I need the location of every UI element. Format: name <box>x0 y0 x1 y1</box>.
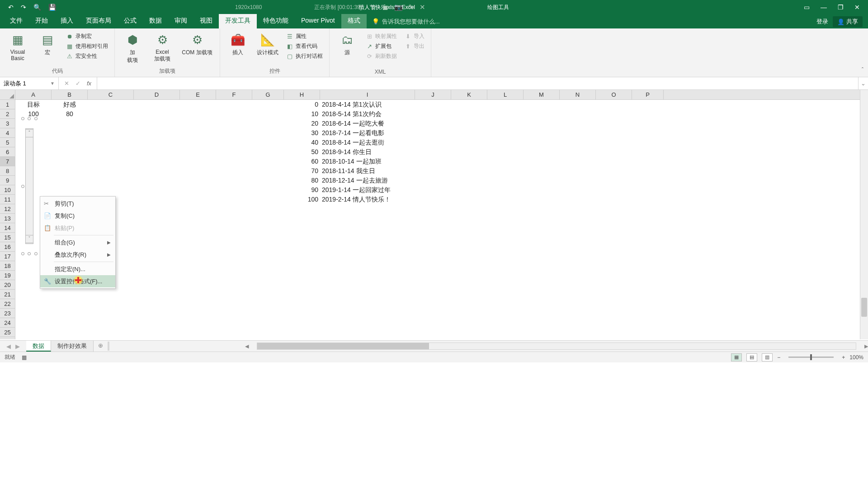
scroll-left-icon[interactable]: ◀ <box>245 343 249 349</box>
cell-A2[interactable]: 100 <box>15 109 52 119</box>
login-link[interactable]: 登录 <box>816 18 828 26</box>
tab-特色功能[interactable]: 特色功能 <box>257 14 295 28</box>
cancel-fx-button[interactable]: ✕ <box>64 80 69 87</box>
scroll-right-icon[interactable]: ▶ <box>864 343 868 349</box>
column-header-B[interactable]: B <box>52 90 88 99</box>
sheet-tab-制作好效果[interactable]: 制作好效果 <box>51 341 94 352</box>
fx-icon[interactable]: fx <box>87 80 91 87</box>
row-header-2[interactable]: 2 <box>0 109 15 119</box>
macros-button[interactable]: ▤宏 <box>34 30 61 56</box>
formula-input[interactable] <box>97 77 858 89</box>
selection-handle[interactable] <box>21 185 24 188</box>
row-header-9[interactable]: 9 <box>0 176 15 185</box>
tab-审阅[interactable]: 审阅 <box>168 14 193 28</box>
row-header-22[interactable]: 22 <box>0 299 15 309</box>
visual-basic-button[interactable]: ▦Visual Basic <box>5 30 31 61</box>
stop-icon[interactable]: ⏹ <box>382 4 389 11</box>
close-button[interactable]: ✕ <box>854 4 860 11</box>
ribbon-options-button[interactable]: ▭ <box>804 4 810 11</box>
zoom-in-button[interactable]: + <box>842 354 845 361</box>
row-header-19[interactable]: 19 <box>0 271 15 280</box>
selection-handle[interactable] <box>28 252 31 255</box>
zoom-out-button[interactable]: − <box>777 354 780 361</box>
save-button[interactable]: 💾 <box>48 4 56 11</box>
h-scrollbar-thumb[interactable] <box>257 343 429 349</box>
row-header-6[interactable]: 6 <box>0 147 15 157</box>
zoom-thumb[interactable] <box>810 354 812 360</box>
view-code-button[interactable]: ◧查看代码 <box>284 42 325 51</box>
tab-Power Pivot[interactable]: Power Pivot <box>295 14 341 28</box>
minimize-button[interactable]: — <box>821 4 827 11</box>
design-mode-button[interactable]: 📐设计模式 <box>255 30 281 56</box>
scrollbar-thumb[interactable] <box>861 298 867 317</box>
cell-I10[interactable]: 2019-1-14 一起回家过年 <box>320 185 392 195</box>
vertical-scrollbar[interactable] <box>860 90 868 339</box>
selection-handle[interactable] <box>21 117 24 120</box>
expansion-pack-button[interactable]: ↗扩展包 <box>364 42 399 51</box>
column-header-A[interactable]: A <box>15 90 52 99</box>
row-header-14[interactable]: 14 <box>0 223 15 233</box>
undo-button[interactable]: ↶ <box>8 4 14 11</box>
close-overlay-icon[interactable]: ✕ <box>420 3 425 11</box>
scrollbar-form-control[interactable]: ˆ ˇ <box>23 118 36 254</box>
excel-addins-button[interactable]: ⚙Excel 加载项 <box>149 30 175 63</box>
cell-I8[interactable]: 2018-11-14 我生日 <box>320 166 377 176</box>
row-header-17[interactable]: 17 <box>0 252 15 261</box>
insert-control-button[interactable]: 🧰插入 <box>225 30 251 56</box>
tab-开发工具[interactable]: 开发工具 <box>219 14 257 28</box>
row-header-10[interactable]: 10 <box>0 185 15 195</box>
cell-H10[interactable]: 90 <box>284 185 320 195</box>
cell-A1[interactable]: 目标 <box>15 100 52 109</box>
row-header-12[interactable]: 12 <box>0 204 15 214</box>
cell-I5[interactable]: 2018-8-14 一起去逛街 <box>320 138 386 147</box>
cell-H4[interactable]: 30 <box>284 128 320 138</box>
menu-copy[interactable]: 📄复制(C) <box>40 210 115 222</box>
cell-I2[interactable]: 2018-5-14 第1次约会 <box>320 109 383 119</box>
cell-H11[interactable]: 100 <box>284 195 320 204</box>
cell-H6[interactable]: 50 <box>284 147 320 157</box>
tab-插入[interactable]: 插入 <box>54 14 80 28</box>
column-header-D[interactable]: D <box>134 90 180 99</box>
cell-H7[interactable]: 60 <box>284 157 320 166</box>
column-header-N[interactable]: N <box>560 90 596 99</box>
accept-fx-button[interactable]: ✓ <box>75 80 80 87</box>
select-all-button[interactable] <box>0 90 15 99</box>
cell-I4[interactable]: 2018-7-14 一起看电影 <box>320 128 386 138</box>
row-header-4[interactable]: 4 <box>0 128 15 138</box>
share-button[interactable]: 👤 共享 <box>833 16 863 27</box>
row-header-24[interactable]: 24 <box>0 318 15 328</box>
name-box[interactable]: 滚动条 1 ▼ <box>0 77 59 89</box>
menu-assign[interactable]: 指定宏(N)... <box>40 263 115 275</box>
row-header-3[interactable]: 3 <box>0 119 15 128</box>
zoom-level[interactable]: 100% <box>849 354 863 361</box>
expand-formula-bar[interactable]: ⌄ <box>858 77 868 89</box>
column-header-H[interactable]: H <box>284 90 320 99</box>
row-header-15[interactable]: 15 <box>0 233 15 242</box>
zoom-slider[interactable] <box>788 357 834 358</box>
cell-H8[interactable]: 70 <box>284 166 320 176</box>
camera-icon[interactable]: 📷 <box>394 3 403 11</box>
cell-H3[interactable]: 20 <box>284 119 320 128</box>
row-header-5[interactable]: 5 <box>0 138 15 147</box>
view-page-layout-button[interactable]: ▤ <box>746 353 757 361</box>
tab-公式[interactable]: 公式 <box>118 14 143 28</box>
tab-文件[interactable]: 文件 <box>4 14 29 28</box>
horizontal-scrollbar[interactable]: ◀ ▶ <box>109 341 868 352</box>
tab-页面布局[interactable]: 页面布局 <box>80 14 118 28</box>
column-header-J[interactable]: J <box>415 90 451 99</box>
view-normal-button[interactable]: ▦ <box>731 353 742 361</box>
collapse-ribbon-button[interactable]: ˆ <box>862 67 863 73</box>
print-preview-button[interactable]: 🔍 <box>33 4 41 11</box>
edit-icon[interactable]: ✎ <box>408 3 414 11</box>
com-addins-button[interactable]: ⚙COM 加载项 <box>179 30 215 56</box>
properties-button[interactable]: ☰属性 <box>284 32 325 41</box>
selection-handle[interactable] <box>28 117 31 120</box>
column-header-M[interactable]: M <box>524 90 560 99</box>
row-header-18[interactable]: 18 <box>0 261 15 271</box>
cell-H1[interactable]: 0 <box>284 100 320 109</box>
run-dialog-button[interactable]: ▢执行对话框 <box>284 52 325 61</box>
cell-H9[interactable]: 80 <box>284 176 320 185</box>
row-header-25[interactable]: 25 <box>0 328 15 337</box>
selection-handle[interactable] <box>21 252 24 255</box>
tell-me-search[interactable]: 💡 告诉我您想要做什么... <box>372 18 440 26</box>
